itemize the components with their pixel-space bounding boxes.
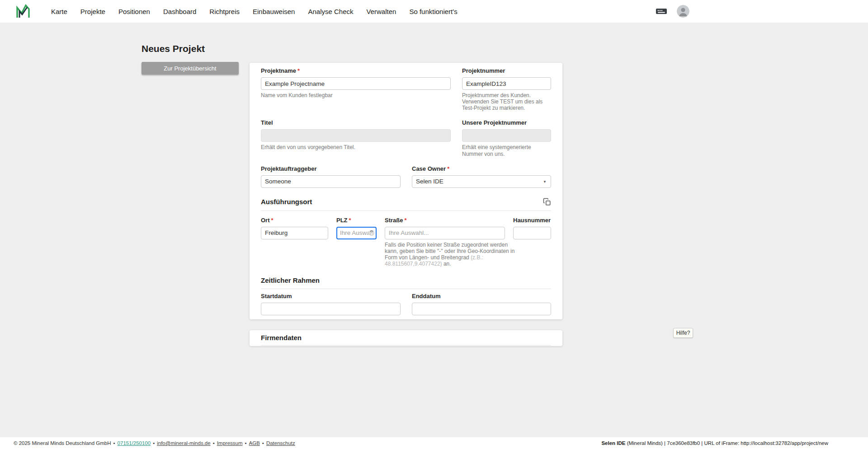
plz-label: PLZ* xyxy=(336,217,377,224)
plz-field-group: PLZ* xyxy=(336,217,377,267)
nav-item-analyse-check[interactable]: Analyse Check xyxy=(308,8,353,15)
footer-links: © 2025 Mineral Minds Deutschland GmbH • … xyxy=(14,440,295,446)
nav-item-positionen[interactable]: Positionen xyxy=(118,8,150,15)
unsere-projektnummer-helper: Erhält eine systemgenerierte Nummer von … xyxy=(462,144,551,157)
required-marker: * xyxy=(447,165,449,173)
zeitlicher-rahmen-section-title: Zeitlicher Rahmen xyxy=(261,276,320,284)
titel-input xyxy=(261,129,451,142)
unsere-projektnummer-field-group: Unsere Projektnummer Erhält eine systemg… xyxy=(462,119,551,157)
hausnummer-input[interactable] xyxy=(513,227,551,239)
projektnummer-input[interactable] xyxy=(462,77,551,90)
project-overview-button[interactable]: Zur Projektübersicht xyxy=(142,62,239,75)
startdatum-label: Startdatum xyxy=(261,293,401,300)
ort-label: Ort* xyxy=(261,217,328,224)
section-divider xyxy=(261,345,551,346)
hausnummer-field-group: Hausnummer xyxy=(513,217,551,267)
strasse-input[interactable] xyxy=(385,227,505,239)
firmendaten-section-title: Firmendaten xyxy=(261,334,302,341)
ausfuehrungsort-section-header: Ausführungsort xyxy=(261,198,551,206)
section-divider xyxy=(261,289,551,289)
projektname-helper: Name vom Kunden festlegbar xyxy=(261,92,451,98)
unsere-projektnummer-label: Unsere Projektnummer xyxy=(462,119,551,126)
projektname-input[interactable] xyxy=(261,77,451,90)
copy-icon xyxy=(543,198,551,206)
projektauftraggeber-field-group: Projektauftraggeber xyxy=(261,165,401,188)
projektauftraggeber-input[interactable] xyxy=(261,175,401,188)
firmendaten-card: Firmendaten xyxy=(250,330,562,346)
footer-session-info: Selen IDE (Mineral Minds) | 7ce360e83fb0… xyxy=(601,440,828,446)
startdatum-input[interactable] xyxy=(261,303,401,315)
enddatum-label: Enddatum xyxy=(412,293,551,300)
hausnummer-label: Hausnummer xyxy=(513,217,551,224)
page-title: Neues Projekt xyxy=(142,43,205,54)
page-body: Neues Projekt Zur Projektübersicht Proje… xyxy=(0,23,868,437)
app-logo-icon[interactable] xyxy=(15,4,31,19)
projektname-field-group: Projektname* Name vom Kunden festlegbar xyxy=(261,67,451,111)
required-marker: * xyxy=(297,67,300,75)
footer-bar: © 2025 Mineral Minds Deutschland GmbH • … xyxy=(0,437,868,449)
zeitlicher-rahmen-section-header: Zeitlicher Rahmen xyxy=(261,276,551,284)
help-button[interactable]: Hilfe? xyxy=(673,328,693,338)
footer-datenschutz-link[interactable]: Datenschutz xyxy=(266,440,295,446)
titel-field-group: Titel Erhält den von uns vorgegebenen Ti… xyxy=(261,119,451,157)
startdatum-field-group: Startdatum xyxy=(261,293,401,315)
case-owner-field-group: Case Owner* Selen IDE ▼ xyxy=(412,165,551,188)
nav-item-karte[interactable]: Karte xyxy=(51,8,67,15)
ausfuehrungsort-section-title: Ausführungsort xyxy=(261,198,312,206)
nav-item-verwalten[interactable]: Verwalten xyxy=(367,8,396,15)
footer-agb-link[interactable]: AGB xyxy=(249,440,260,446)
header-actions xyxy=(656,0,689,23)
nav-item-dashboard[interactable]: Dashboard xyxy=(163,8,196,15)
titel-label: Titel xyxy=(261,119,451,126)
footer-user-name: Selen IDE xyxy=(601,440,625,446)
nav-item-einbauweisen[interactable]: Einbauweisen xyxy=(253,8,295,15)
case-owner-select[interactable]: Selen IDE ▼ xyxy=(412,175,551,188)
case-owner-label: Case Owner* xyxy=(412,165,551,173)
server-icon[interactable] xyxy=(656,7,667,15)
nav-item-richtpreis[interactable]: Richtpreis xyxy=(209,8,240,15)
main-nav: Karte Projekte Positionen Dashboard Rich… xyxy=(51,8,458,15)
ort-field-group: Ort* xyxy=(261,217,328,267)
required-marker: * xyxy=(349,217,351,224)
ort-input[interactable] xyxy=(261,227,328,239)
footer-impressum-link[interactable]: Impressum xyxy=(217,440,243,446)
nav-item-so-funktionierts[interactable]: So funktioniert's xyxy=(409,8,457,15)
footer-copyright: © 2025 Mineral Minds Deutschland GmbH xyxy=(14,440,111,446)
case-owner-selected-value: Selen IDE xyxy=(416,178,443,185)
user-avatar[interactable] xyxy=(677,5,689,18)
required-marker: * xyxy=(271,217,274,224)
titel-helper: Erhält den von uns vorgegebenen Titel. xyxy=(261,144,451,150)
projektnummer-helper: Projektnummer des Kunden. Verwenden Sie … xyxy=(462,92,551,111)
footer-email-link[interactable]: info@mineral-minds.de xyxy=(157,440,210,446)
projektauftraggeber-label: Projektauftraggeber xyxy=(261,165,401,173)
enddatum-field-group: Enddatum xyxy=(412,293,551,315)
projektname-label: Projektname* xyxy=(261,67,451,75)
chevron-down-icon: ▼ xyxy=(543,179,547,183)
section-divider xyxy=(261,210,551,211)
loading-spinner-icon xyxy=(369,230,374,236)
required-marker: * xyxy=(404,217,406,224)
strasse-field-group: Straße* Falls die Position keiner Straße… xyxy=(385,217,505,267)
copy-address-button[interactable] xyxy=(543,198,551,206)
enddatum-input[interactable] xyxy=(412,303,551,315)
top-nav-bar: Karte Projekte Positionen Dashboard Rich… xyxy=(0,0,868,23)
nav-item-projekte[interactable]: Projekte xyxy=(80,8,105,15)
project-form-card: Projektname* Name vom Kunden festlegbar … xyxy=(250,63,562,319)
projektnummer-field-group: Projektnummer Projektnummer des Kunden. … xyxy=(462,67,551,111)
unsere-projektnummer-input xyxy=(462,129,551,142)
strasse-label: Straße* xyxy=(385,217,505,224)
footer-phone-link[interactable]: 07151/250100 xyxy=(118,440,151,446)
strasse-helper: Falls die Position keiner Straße zugeord… xyxy=(385,242,517,267)
projektnummer-label: Projektnummer xyxy=(462,67,551,75)
